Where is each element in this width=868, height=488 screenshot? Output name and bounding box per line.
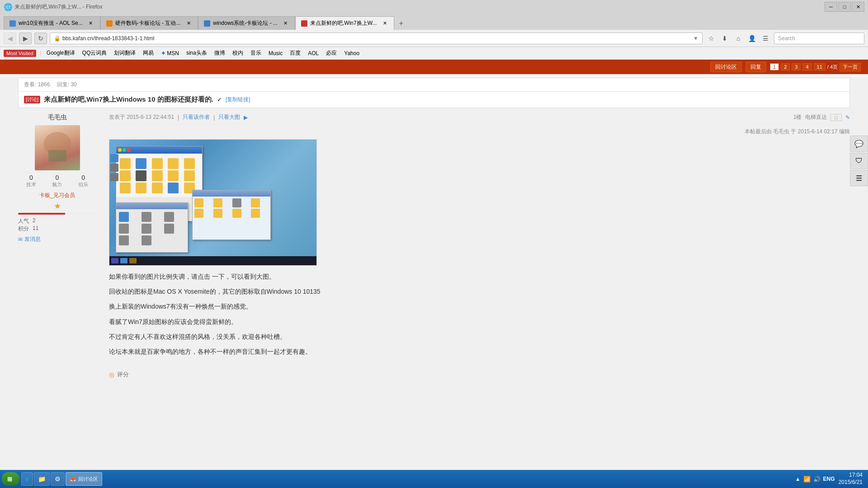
only-author-link[interactable]: 只看该作者	[183, 113, 210, 121]
points-label: 积分	[18, 225, 29, 233]
browser-title: 来点新鲜的吧,Win7换上W... - Firefox	[14, 3, 823, 11]
fun-value: 0	[78, 174, 88, 181]
floor-label: 1楼	[793, 113, 802, 121]
user-detail: 人气 2 积分 11	[18, 217, 96, 233]
bookmark-label-weibo: 微博	[214, 49, 225, 57]
triangle-icon[interactable]: ▶	[244, 114, 248, 121]
next-page-button[interactable]: 下一页	[840, 63, 861, 71]
bookmark-label-music-en: Music	[269, 50, 283, 56]
tab-4[interactable]: 来点新鲜的吧,Win7换上W... ✕	[295, 16, 394, 30]
fun-label: 伯乐	[78, 181, 88, 188]
page-btn-2[interactable]: 2	[781, 63, 790, 70]
windows-taskbar: ⊞ e 📁 ⚙ 🦊 回讨论区 ▲ 📶 🔊 ENG 17:04 2015/6/21	[0, 470, 868, 488]
close-button[interactable]: ✕	[852, 2, 864, 12]
taskbar-explorer-icon[interactable]: 📁	[34, 472, 50, 486]
network-icon: 📶	[803, 476, 811, 483]
separator-1: |	[40, 50, 41, 56]
tab-close-3[interactable]: ✕	[282, 20, 289, 27]
post-image[interactable]	[109, 139, 317, 266]
tab-close-2[interactable]: ✕	[185, 20, 192, 27]
tab-close-1[interactable]: ✕	[87, 20, 94, 27]
minimize-button[interactable]: ─	[825, 2, 837, 12]
user-tag: 卡板_见习会员	[18, 192, 96, 199]
search-bar[interactable]: Search	[774, 33, 864, 44]
account-button[interactable]: 👤	[746, 33, 758, 44]
nav-right: ☆ ⬇ ⌂ 👤 ☰	[705, 33, 771, 44]
bookmark-label-huaci: 划词翻译	[114, 49, 136, 57]
tab-close-4[interactable]: ✕	[381, 20, 388, 27]
shield-sidebar-button[interactable]: 🛡	[850, 153, 868, 169]
bookmark-music-en[interactable]: Music	[267, 49, 284, 57]
direct-button[interactable]: □	[830, 114, 842, 121]
bookmark-sina[interactable]: sina头条	[184, 48, 209, 58]
tab-1[interactable]: win10没有推送 - AOL Se... ✕	[4, 16, 100, 30]
taskbar-ie-icon[interactable]: e	[21, 472, 33, 486]
taskbar-item-label: 回讨论区	[78, 476, 98, 483]
bookmark-google-translate[interactable]: Google翻译	[45, 48, 77, 58]
start-button[interactable]: ⊞	[2, 472, 19, 486]
reply-button[interactable]: 回复	[745, 62, 766, 72]
bookmark-xiaonei[interactable]: 校内	[231, 48, 245, 58]
post-meta-bar: 发表于 2015-6-13 22:44:51 | 只看该作者 | 只看大图 ▶ …	[109, 113, 850, 124]
tab-2[interactable]: 硬件数码-卡板论坛 - 互动... ✕	[100, 16, 198, 30]
refresh-button[interactable]: ↻	[34, 33, 47, 44]
chat-sidebar-button[interactable]: 💬	[850, 136, 868, 152]
bookmark-msn[interactable]: ✦ MSN	[159, 49, 181, 57]
tray-arrow-icon[interactable]: ▲	[795, 476, 801, 482]
bookmark-music-cn[interactable]: 音乐	[249, 48, 263, 58]
most-visited-bookmark[interactable]: Most Visited	[4, 50, 36, 57]
bookmark-qqdict[interactable]: QQ云词典	[80, 48, 109, 58]
user-stats: 0 技术 0 魅力 0 伯乐	[18, 174, 96, 188]
bookmark-huaci[interactable]: 划词翻译	[112, 48, 137, 58]
address-bar[interactable]: 🔒 bbs.kafan.cn/thread-1833843-1-1.html ▼	[50, 33, 703, 44]
only-images-link[interactable]: 只看大图	[218, 113, 240, 121]
replies-count: 30	[71, 81, 76, 88]
bookmark-label-google: Google翻译	[47, 49, 75, 57]
browser-logo: 🌐	[4, 3, 13, 11]
page-btn-3[interactable]: 3	[792, 63, 801, 70]
replies-label: 回复:	[57, 81, 69, 88]
tab-favicon-2	[106, 20, 113, 27]
user-sidebar: 毛毛虫 0 技术 0 魅力	[18, 108, 102, 379]
most-visited-label: Most Visited	[6, 51, 33, 56]
bookmark-label-yahoo: Yahoo	[344, 50, 359, 56]
bookmark-aol[interactable]: AOL	[306, 49, 321, 57]
screenshot-left-strip	[109, 152, 119, 183]
forward-button[interactable]: ▶	[19, 33, 32, 44]
bookmark-bing[interactable]: 必应	[324, 48, 339, 58]
back-to-forum-button[interactable]: 回讨论区	[710, 62, 742, 72]
send-message-button[interactable]: ✉ 发消息	[18, 235, 96, 243]
maximize-button[interactable]: □	[838, 2, 851, 12]
taskbar-settings-icon[interactable]: ⚙	[51, 472, 65, 486]
bookmark-star-button[interactable]: ☆	[705, 33, 717, 44]
bookmark-label-msn: MSN	[167, 50, 179, 56]
menu-button[interactable]: ☰	[760, 33, 771, 44]
tab-3[interactable]: windows系统-卡板论坛 - ... ✕	[198, 16, 295, 30]
home-button[interactable]: ⌂	[732, 33, 744, 44]
taskbar-clock[interactable]: 17:04 2015/6/21	[839, 472, 863, 486]
lang-indicator: ENG	[823, 476, 835, 482]
screenshot-window-2	[116, 202, 188, 253]
edit-post-icon[interactable]: ✎	[845, 114, 850, 121]
bookmark-wangyi[interactable]: 网易	[141, 48, 156, 58]
bookmark-weibo[interactable]: 微博	[212, 48, 227, 58]
taskbar-tray: ▲ 📶 🔊 ENG	[795, 476, 835, 483]
settings-taskbar-icon: ⚙	[55, 475, 61, 483]
back-button[interactable]: ◀	[4, 33, 16, 44]
taskbar-firefox-item[interactable]: 🦊 回讨论区	[66, 472, 102, 486]
list-sidebar-button[interactable]: ☰	[850, 170, 868, 186]
tab-title-3: windows系统-卡板论坛 - ...	[213, 19, 278, 27]
page-btn-4[interactable]: 4	[802, 63, 811, 70]
address-dropdown[interactable]: ▼	[693, 35, 698, 42]
bookmark-yahoo[interactable]: Yahoo	[342, 49, 361, 57]
post-para-3: 换上新装的Windows7有没有一种焕然一新的感觉。	[109, 301, 850, 312]
bookmark-baidu[interactable]: 百度	[288, 48, 302, 58]
page-btn-11[interactable]: 11	[814, 63, 826, 70]
page-btn-1[interactable]: 1	[770, 63, 779, 70]
download-button[interactable]: ⬇	[719, 33, 731, 44]
stat-fun: 0 伯乐	[78, 174, 88, 188]
page-content: 回讨论区 回复 1 2 3 4 11 / 4页 下一页 查看: 1866 回复:…	[0, 60, 868, 474]
copy-link-button[interactable]: [复制链接]	[226, 96, 250, 103]
screenshot-window-3	[192, 190, 271, 240]
new-tab-button[interactable]: +	[394, 17, 408, 30]
